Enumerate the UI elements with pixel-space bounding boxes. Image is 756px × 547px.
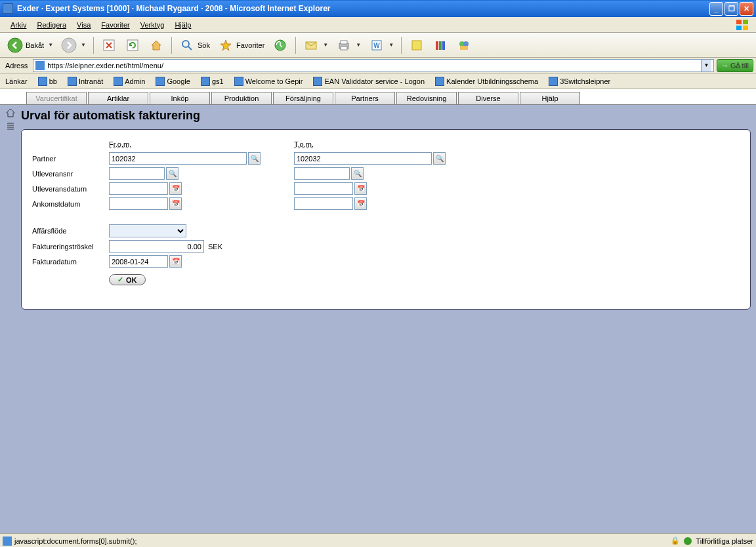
link-3switch[interactable]: 3Switchsleipner xyxy=(546,75,613,87)
favicon-icon xyxy=(38,77,47,86)
utleveransdatum-to-input[interactable] xyxy=(294,182,353,195)
currency-label: SEK xyxy=(208,243,222,251)
faktureringstroskel-input[interactable] xyxy=(109,240,204,253)
print-button[interactable]: ▼ xyxy=(333,35,364,55)
utleveransdatum-from-input[interactable] xyxy=(109,182,168,195)
mail-button[interactable]: ▼ xyxy=(300,35,331,55)
zone-label: Tillförlitliga platser xyxy=(696,537,753,545)
favicon-icon xyxy=(156,77,165,86)
menu-arkiv[interactable]: Arkiv xyxy=(5,20,32,30)
svg-rect-19 xyxy=(439,41,442,50)
tab-hjalp[interactable]: Hjälp xyxy=(520,92,580,104)
favicon-icon xyxy=(114,77,123,86)
forward-button[interactable]: ▼ xyxy=(58,35,89,55)
favicon-icon xyxy=(435,77,444,86)
stop-button[interactable] xyxy=(98,35,120,55)
label-fakturadatum: Fakturadatum xyxy=(32,258,108,266)
url-input[interactable] xyxy=(47,62,701,70)
note-button[interactable] xyxy=(406,35,428,55)
messenger-button[interactable] xyxy=(453,35,475,55)
link-intranat[interactable]: Intranät xyxy=(65,75,106,87)
list-icon[interactable] xyxy=(5,121,16,131)
ankomstdatum-from-input[interactable] xyxy=(109,197,168,210)
links-bar: Länkar bb Intranät Admin Google gs1 Welc… xyxy=(0,73,756,89)
tab-redovisning[interactable]: Redovisning xyxy=(396,92,457,104)
ok-button[interactable]: ✓ OK xyxy=(109,274,146,285)
menu-redigera[interactable]: Redigera xyxy=(32,20,72,30)
utleveransdatum-from-calendar-button[interactable]: 📅 xyxy=(169,182,182,195)
tab-artiklar[interactable]: Artiklar xyxy=(88,92,148,104)
partner-from-input[interactable] xyxy=(109,152,247,165)
link-ean[interactable]: EAN Validdator service - Logon xyxy=(310,75,427,87)
fakturadatum-calendar-button[interactable]: 📅 xyxy=(169,255,182,268)
partner-from-lookup-button[interactable]: 🔍 xyxy=(248,152,261,165)
ankomstdatum-to-input[interactable] xyxy=(294,197,353,210)
tab-produktion[interactable]: Produktion xyxy=(211,92,272,104)
svg-rect-18 xyxy=(436,41,438,50)
left-gutter xyxy=(0,105,21,533)
tab-diverse[interactable]: Diverse xyxy=(458,92,518,104)
link-bb[interactable]: bb xyxy=(35,75,60,87)
status-page-icon xyxy=(3,537,12,546)
magnifier-icon: 🔍 xyxy=(169,170,177,177)
menu-favoriter[interactable]: Favoriter xyxy=(96,20,135,30)
search-label: Sök xyxy=(198,41,210,49)
tab-varucertifikat[interactable]: Varucertifikat xyxy=(26,92,87,104)
partner-to-lookup-button[interactable]: 🔍 xyxy=(433,152,446,165)
calendar-icon: 📅 xyxy=(357,185,365,192)
utleveransnr-from-lookup-button[interactable]: 🔍 xyxy=(166,167,178,180)
app-icon xyxy=(3,3,13,14)
svg-rect-20 xyxy=(442,41,445,50)
lock-icon: 🔒 xyxy=(671,537,680,545)
back-button[interactable]: Bakåt ▼ xyxy=(4,35,56,55)
col-header-from: Fr.o.m. xyxy=(109,140,293,150)
svg-rect-3 xyxy=(743,26,748,30)
edit-icon: W xyxy=(369,37,385,53)
maximize-button[interactable]: ❐ xyxy=(724,2,738,16)
favorites-button[interactable]: Favoriter xyxy=(215,35,268,55)
refresh-icon xyxy=(125,37,140,53)
home-button[interactable] xyxy=(145,35,167,55)
utleveransdatum-to-calendar-button[interactable]: 📅 xyxy=(354,182,367,195)
partner-to-input[interactable] xyxy=(294,152,432,165)
svg-rect-14 xyxy=(341,47,347,50)
url-input-wrap: ▼ xyxy=(33,59,714,72)
menu-visa[interactable]: Visa xyxy=(72,20,96,30)
home-icon[interactable] xyxy=(5,108,16,118)
link-kalender[interactable]: Kalender Utbildningsschema xyxy=(432,75,541,87)
history-button[interactable] xyxy=(269,35,291,55)
utleveransnr-to-lookup-button[interactable]: 🔍 xyxy=(351,167,364,180)
address-bar: Adress ▼ → Gå till xyxy=(0,58,756,73)
search-button[interactable]: Sök xyxy=(176,35,213,55)
ankomstdatum-to-calendar-button[interactable]: 📅 xyxy=(354,197,367,210)
menu-hjalp[interactable]: Hjälp xyxy=(169,20,196,30)
ankomstdatum-from-calendar-button[interactable]: 📅 xyxy=(169,197,182,210)
menu-verktyg[interactable]: Verktyg xyxy=(135,20,170,30)
label-affarsflode: Affärsflöde xyxy=(32,227,108,235)
tab-inkop[interactable]: Inköp xyxy=(150,92,210,104)
status-text: javascript:document.forms[0].submit(); xyxy=(14,537,671,545)
link-gs1[interactable]: gs1 xyxy=(198,75,226,87)
edit-button[interactable]: W▼ xyxy=(366,35,397,55)
refresh-button[interactable] xyxy=(121,35,144,55)
page-title: Urval för automatisk fakturering xyxy=(21,105,751,129)
fakturadatum-input[interactable] xyxy=(109,255,168,268)
url-dropdown-button[interactable]: ▼ xyxy=(701,60,711,71)
dropdown-icon: ▼ xyxy=(81,42,86,48)
close-button[interactable]: ✕ xyxy=(740,2,753,16)
magnifier-icon: 🔍 xyxy=(354,170,362,177)
tab-partners[interactable]: Partners xyxy=(335,92,395,104)
affarsflode-select[interactable] xyxy=(109,224,186,237)
link-admin[interactable]: Admin xyxy=(111,75,148,87)
utleveransnr-from-input[interactable] xyxy=(109,167,165,180)
tab-forsaljning[interactable]: Försäljning xyxy=(273,92,333,104)
utleveransnr-to-input[interactable] xyxy=(294,167,350,180)
link-gepir[interactable]: Welcome to Gepir xyxy=(232,75,306,87)
research-button[interactable] xyxy=(429,35,452,55)
link-google[interactable]: Google xyxy=(153,75,192,87)
minimize-button[interactable]: _ xyxy=(709,2,723,16)
books-icon xyxy=(432,37,448,53)
go-button[interactable]: → Gå till xyxy=(717,59,753,72)
forward-icon xyxy=(61,37,77,53)
svg-point-4 xyxy=(8,38,22,52)
